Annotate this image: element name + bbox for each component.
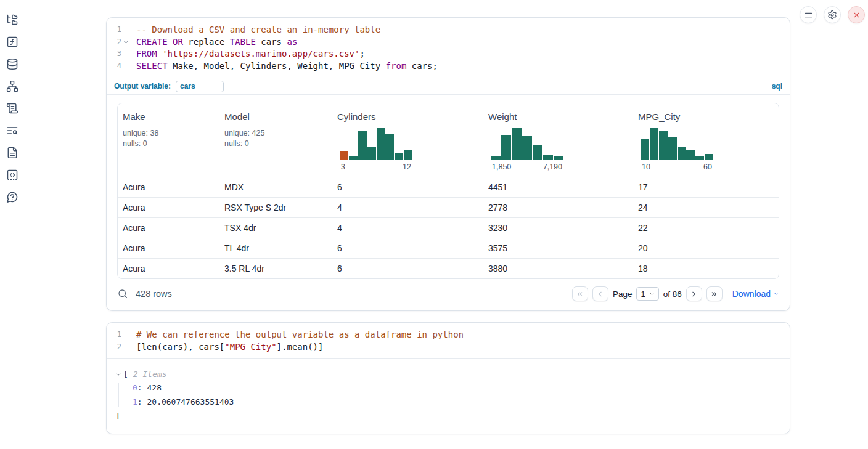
histogram-bar xyxy=(695,156,704,160)
table-cell: 17 xyxy=(633,182,779,192)
histogram[interactable]: 1060 xyxy=(641,128,713,177)
tree-entry[interactable]: 1: 20.060747663551403 xyxy=(133,397,781,407)
code-token: [len(cars), cars[ xyxy=(136,342,224,352)
column-header-mpg_city[interactable]: MPG_City1060 xyxy=(633,111,779,177)
table-cell: Acura xyxy=(118,203,219,212)
settings-button[interactable] xyxy=(824,6,841,23)
output-variable-row: Output variable: sql xyxy=(107,78,790,95)
column-label: Cylinders xyxy=(337,111,483,122)
tree-entry[interactable]: 0: 428 xyxy=(133,383,781,393)
histogram-bar xyxy=(358,131,367,160)
code-line[interactable]: 1-- Download a CSV and create an in-memo… xyxy=(107,24,790,36)
table-row[interactable]: AcuraTSX 4dr4323022 xyxy=(118,217,779,238)
table-row[interactable]: AcuraTL 4dr6357520 xyxy=(118,238,779,258)
table-cell: 3575 xyxy=(483,243,633,253)
code-line[interactable]: 3FROM 'https://datasets.marimo.app/cars.… xyxy=(107,48,790,60)
column-header-model[interactable]: Modelunique: 425nulls: 0 xyxy=(219,111,332,177)
tree-value: 20.060747663551403 xyxy=(147,397,234,407)
help-icon[interactable] xyxy=(6,191,18,203)
documentation-icon[interactable] xyxy=(6,147,18,159)
menu-button[interactable] xyxy=(800,6,817,23)
code-token xyxy=(168,37,173,47)
next-page-button[interactable] xyxy=(686,286,702,301)
tree-children: 0: 4281: 20.060747663551403 xyxy=(118,383,781,407)
hamburger-icon xyxy=(804,10,813,20)
page-label: Page xyxy=(613,289,633,299)
datasources-icon[interactable] xyxy=(6,58,18,70)
close-button[interactable] xyxy=(848,6,865,23)
table-cell: 2778 xyxy=(483,203,633,212)
code-line[interactable]: 1# We can reference the output variable … xyxy=(107,329,790,341)
code-token: "MPG_City" xyxy=(224,342,276,352)
histogram-bar xyxy=(533,145,542,160)
table-body: AcuraMDX6445117AcuraRSX Type S 2dr427782… xyxy=(118,177,779,278)
histogram-axis-labels: 312 xyxy=(340,163,412,177)
output-variable-input[interactable] xyxy=(176,81,224,92)
file-tree-icon[interactable] xyxy=(6,14,18,26)
python-cell: 1# We can reference the output variable … xyxy=(106,322,790,434)
line-number: 2 xyxy=(107,341,121,354)
column-header-cylinders[interactable]: Cylinders312 xyxy=(332,111,483,177)
column-label: Weight xyxy=(488,111,633,122)
items-count-label: 2 Items xyxy=(133,369,167,379)
table-row[interactable]: Acura3.5 RL 4dr6388018 xyxy=(118,258,779,278)
first-page-button[interactable] xyxy=(572,286,588,301)
chevrons-left-icon xyxy=(576,290,584,298)
line-number: 4 xyxy=(107,60,121,73)
code-line[interactable]: 2CREATE OR replace TABLE cars as xyxy=(107,36,790,49)
histogram-bar xyxy=(340,151,348,160)
column-label: Model xyxy=(224,111,332,122)
scratchpad-icon[interactable] xyxy=(6,102,18,115)
table-row[interactable]: AcuraRSX Type S 2dr4277824 xyxy=(118,197,779,217)
search-list-icon[interactable] xyxy=(6,124,18,137)
hist-max-label: 7,190 xyxy=(543,163,562,171)
line-number: 3 xyxy=(107,48,121,60)
previous-page-button[interactable] xyxy=(592,286,608,301)
table-cell: 3230 xyxy=(483,223,633,233)
code-token: from xyxy=(386,61,407,71)
column-label: Make xyxy=(123,111,219,122)
table-row[interactable]: AcuraMDX6445117 xyxy=(118,177,779,197)
histogram-bars xyxy=(491,128,563,160)
table-cell: 6 xyxy=(332,264,483,273)
collapse-chevron-icon[interactable] xyxy=(115,371,123,378)
hist-max-label: 12 xyxy=(403,163,411,171)
snippets-icon[interactable] xyxy=(6,169,18,181)
code-line[interactable]: 2[len(cars), cars["MPG_City"].mean()] xyxy=(107,341,790,354)
page-select[interactable]: 1 xyxy=(636,287,658,301)
table-cell: 6 xyxy=(332,243,483,253)
search-icon[interactable] xyxy=(117,288,128,299)
histogram-bar xyxy=(543,155,553,160)
histogram-bar xyxy=(641,139,649,160)
tree-header[interactable]: [ 2 Items xyxy=(115,369,781,379)
functions-icon[interactable] xyxy=(6,36,18,48)
column-header-make[interactable]: Makeunique: 38nulls: 0 xyxy=(118,111,219,177)
last-page-button[interactable] xyxy=(706,286,723,301)
column-header-weight[interactable]: Weight1,8507,190 xyxy=(483,111,633,177)
download-button[interactable]: Download xyxy=(732,289,779,299)
histogram-axis-labels: 1,8507,190 xyxy=(491,163,563,177)
chevron-down-icon xyxy=(649,291,655,297)
chevron-right-icon xyxy=(690,290,698,298)
sql-code-editor[interactable]: 1-- Download a CSV and create an in-memo… xyxy=(107,18,790,78)
code-line[interactable]: 4SELECT Make, Model, Cylinders, Weight, … xyxy=(107,60,790,73)
histogram-bar xyxy=(404,150,412,160)
hist-min-label: 3 xyxy=(341,163,345,171)
row-count: 428 rows xyxy=(136,289,172,299)
column-stats: unique: 38nulls: 0 xyxy=(123,128,219,153)
dependency-graph-icon[interactable] xyxy=(6,80,18,92)
histogram-bar xyxy=(501,135,511,160)
code-token: ].mean()] xyxy=(277,342,324,352)
table-cell: Acura xyxy=(118,243,219,253)
histogram-bar xyxy=(554,156,563,160)
data-table: Makeunique: 38nulls: 0Modelunique: 425nu… xyxy=(117,103,779,279)
code-token: FROM xyxy=(136,49,157,59)
histogram[interactable]: 1,8507,190 xyxy=(491,128,563,177)
histogram[interactable]: 312 xyxy=(340,128,412,177)
histogram-bar xyxy=(385,134,394,160)
code-text: FROM 'https://datasets.marimo.app/cars.c… xyxy=(131,48,790,60)
code-text: # We can reference the output variable a… xyxy=(131,329,790,341)
histogram-bar xyxy=(395,153,403,160)
python-code-editor[interactable]: 1# We can reference the output variable … xyxy=(107,323,790,358)
table-footer: 428 rows Page 1 of 86 xyxy=(107,279,790,310)
